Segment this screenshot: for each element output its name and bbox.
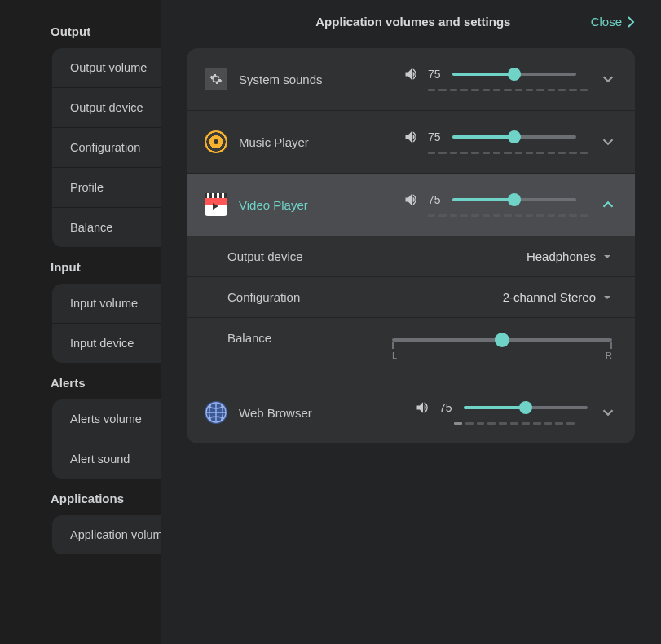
speaker-icon[interactable] — [403, 66, 420, 82]
app-name: Music Player — [239, 135, 402, 149]
sidebar-item-profile[interactable]: Profile — [52, 168, 161, 208]
app-name: Video Player — [239, 198, 402, 212]
detail-output-device: Output device Headphones — [187, 236, 635, 277]
sidebar-item-input-volume[interactable]: Input volume — [52, 284, 161, 324]
speaker-icon[interactable] — [415, 399, 431, 416]
close-button-label: Close — [591, 15, 622, 29]
detail-label: Balance — [227, 331, 271, 345]
caret-down-icon — [602, 252, 612, 262]
detail-balance: Balance L R — [187, 318, 635, 382]
level-meter — [428, 213, 588, 218]
app-row-web-browser: Web Browser 75 — [187, 382, 635, 443]
page-title: Application volumes and settings — [236, 15, 591, 29]
app-name: Web Browser — [239, 406, 402, 420]
volume-control: 75 — [403, 66, 588, 92]
sidebar-section-title: Alerts — [0, 376, 161, 399]
slider-thumb[interactable] — [519, 401, 532, 414]
globe-icon — [205, 401, 227, 424]
volume-value: 75 — [428, 130, 444, 143]
chevron-right-icon — [627, 16, 635, 28]
volume-control: 75 — [415, 399, 588, 426]
sidebar-section-applications: Applications Application volumes — [0, 492, 161, 554]
select-value: 2-channel Stereo — [503, 290, 596, 304]
chevron-down-icon[interactable] — [599, 70, 617, 88]
sidebar-item-output-volume[interactable]: Output volume — [52, 48, 161, 88]
sidebar-section-title: Input — [0, 260, 161, 284]
sidebar-section-title: Output — [0, 24, 161, 48]
sidebar-item-alerts-volume[interactable]: Alerts volume — [52, 399, 161, 439]
sidebar-item-output-device[interactable]: Output device — [52, 88, 161, 128]
sidebar-item-input-device[interactable]: Input device — [52, 324, 161, 363]
slider-thumb[interactable] — [508, 68, 521, 81]
sidebar-items: Output volume Output device Configuratio… — [52, 48, 161, 247]
sidebar: Output Output volume Output device Confi… — [0, 0, 161, 644]
speaker-icon[interactable] — [403, 192, 420, 208]
volume-value: 75 — [428, 68, 444, 81]
detail-label: Output device — [227, 249, 303, 263]
volume-control: 75 — [403, 192, 588, 218]
music-icon — [205, 130, 227, 153]
sidebar-item-alert-sound[interactable]: Alert sound — [52, 439, 161, 479]
app-row-video-player: Video Player 75 — [187, 174, 635, 236]
balance-label-right: R — [606, 351, 612, 360]
sidebar-section-output: Output Output volume Output device Confi… — [0, 24, 161, 247]
app-row-music-player: Music Player 75 — [187, 111, 635, 174]
configuration-select[interactable]: 2-channel Stereo — [503, 290, 612, 304]
slider-thumb[interactable] — [508, 130, 521, 143]
volume-slider[interactable] — [464, 402, 588, 413]
select-value: Headphones — [527, 249, 596, 263]
main-panel: Application volumes and settings Close S… — [161, 0, 661, 644]
slider-thumb[interactable] — [508, 193, 521, 206]
close-button[interactable]: Close — [591, 15, 635, 29]
video-icon — [205, 193, 227, 216]
volume-value: 75 — [439, 401, 456, 414]
chevron-down-icon[interactable] — [599, 133, 617, 151]
detail-configuration: Configuration 2-channel Stereo — [187, 277, 635, 318]
level-meter — [428, 150, 588, 155]
output-device-select[interactable]: Headphones — [527, 249, 612, 263]
caret-down-icon — [602, 293, 612, 302]
sidebar-section-alerts: Alerts Alerts volume Alert sound — [0, 376, 161, 479]
app-volume-panel: System sounds 75 Musi — [187, 48, 635, 443]
sidebar-section-title: Applications — [0, 492, 161, 515]
balance-label-left: L — [392, 351, 397, 360]
chevron-up-icon[interactable] — [599, 196, 617, 214]
balance-slider[interactable] — [392, 331, 612, 349]
slider-thumb[interactable] — [495, 333, 509, 347]
level-meter — [454, 421, 575, 426]
sidebar-items: Alerts volume Alert sound — [52, 399, 161, 479]
volume-value: 75 — [428, 193, 444, 206]
sidebar-items: Application volumes — [52, 515, 161, 554]
app-detail-video-player: Output device Headphones Configuration 2… — [187, 236, 635, 382]
chevron-down-icon[interactable] — [599, 404, 617, 421]
volume-slider[interactable] — [452, 68, 576, 80]
volume-control: 75 — [403, 129, 588, 155]
volume-slider[interactable] — [452, 194, 576, 205]
gear-icon — [205, 68, 227, 90]
speaker-icon[interactable] — [403, 129, 420, 145]
sidebar-section-input: Input Input volume Input device — [0, 260, 161, 363]
level-meter — [428, 87, 588, 92]
volume-slider[interactable] — [452, 131, 576, 143]
app-name: System sounds — [239, 73, 402, 86]
app-row-system-sounds: System sounds 75 — [187, 48, 635, 111]
sidebar-item-balance[interactable]: Balance — [52, 208, 161, 247]
sidebar-item-configuration[interactable]: Configuration — [52, 128, 161, 168]
main-header: Application volumes and settings Close — [187, 0, 635, 48]
sidebar-items: Input volume Input device — [52, 284, 161, 363]
sidebar-item-application-volumes[interactable]: Application volumes — [52, 515, 161, 554]
detail-label: Configuration — [227, 290, 300, 304]
